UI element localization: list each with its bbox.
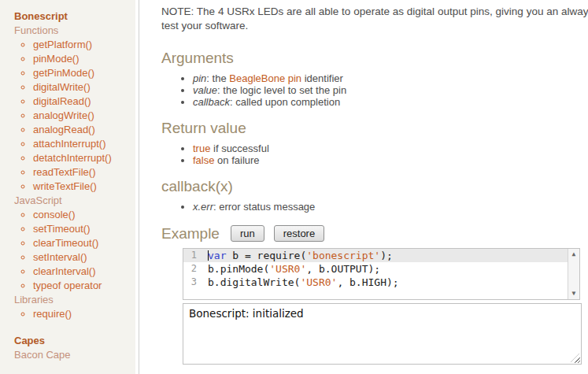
sidebar-item-readtextfile[interactable]: readTextFile() [33,165,135,180]
scroll-up-icon[interactable]: ▲ [568,249,579,260]
code-token: var [208,250,226,261]
return-value-heading: Return value [161,120,588,136]
code-line-1[interactable]: 1 var b = require('bonescript'); [183,249,579,262]
sidebar-item-analogwrite[interactable]: analogWrite() [33,109,135,123]
example-header-row: Example run restore [161,225,588,242]
sidebar-item-bacon-cape[interactable]: Bacon Cape [14,348,135,362]
scroll-down-icon[interactable]: ▼ [568,288,579,299]
sidebar-javascript-list: console() setTimeout() clearTimeout() se… [14,208,135,293]
sidebar-item-digitalwrite[interactable]: digitalWrite() [33,80,135,94]
sidebar-item-console[interactable]: console() [33,208,135,222]
code-token: 'bonescript' [306,250,380,261]
return-true: true if successful [193,143,588,154]
sidebar-item-pinmode[interactable]: pinMode() [33,52,135,66]
resize-grip-icon[interactable] [571,354,579,362]
return-false: false on failure [193,154,588,166]
return-false-rest: on failure [214,154,259,166]
editor-scrollbar[interactable]: ▲ ▼ [568,249,579,299]
code-token: b.pinMode( [208,263,269,275]
argument-value: value: the logic level to set the pin [193,84,588,96]
sidebar-item-typeof-operator[interactable]: typeof operator [33,279,135,293]
example-heading: Example [161,226,220,242]
argument-callback: callback: called upon completion [193,96,588,108]
code-line-2[interactable]: 2 b.pinMode('USR0', b.OUTPUT); [183,262,579,276]
sidebar-functions-list: getPlatform() pinMode() getPinMode() dig… [14,38,135,194]
sidebar-navigation: Bonescript Functions getPlatform() pinMo… [0,0,135,374]
sidebar-item-analogread[interactable]: analogRead() [33,123,135,137]
restore-button[interactable]: restore [274,225,324,242]
code-line-1-text[interactable]: var b = require('bonescript'); [204,249,393,262]
argument-callback-term: callback [193,96,230,108]
main-content: NOTE: The 4 USRx LEDs are all able to op… [139,0,588,365]
argument-pin-post: identifier [301,72,343,84]
code-token: 'USR0' [269,263,306,275]
true-link[interactable]: true [193,143,210,154]
line-number-3: 3 [183,276,204,289]
sidebar-item-detatchinterrupt[interactable]: detatchInterrupt() [33,151,135,165]
run-button[interactable]: run [231,225,264,242]
callback-heading: callback(x) [161,179,588,194]
sidebar-item-clearinterval[interactable]: clearInterval() [33,265,135,279]
callback-xerr-rest: : error status message [213,201,315,213]
sidebar-item-capes[interactable]: Capes [14,334,135,348]
sidebar-item-attachinterrupt[interactable]: attachInterrupt() [33,137,135,151]
code-line-3-text[interactable]: b.digitalWrite('USR0', b.HIGH); [204,276,399,289]
argument-value-rest: : the logic level to set the pin [217,84,346,96]
sidebar-item-getpinmode[interactable]: getPinMode() [33,66,135,80]
return-true-rest: if successful [210,143,268,154]
code-token: , b.HIGH); [337,276,398,288]
arguments-heading: Arguments [161,50,588,66]
sidebar-libraries-list: require() [14,307,135,321]
code-token: ); [380,250,393,261]
sidebar-item-digitalread[interactable]: digitalRead() [33,94,135,109]
code-token: 'USR0' [300,276,337,288]
sidebar-item-getplatform[interactable]: getPlatform() [33,38,135,52]
sidebar-item-setinterval[interactable]: setInterval() [33,250,135,265]
code-token: b.digitalWrite( [208,276,300,288]
argument-pin-pre: : the [206,72,229,84]
arguments-list: pin: the BeagleBone pin identifier value… [161,72,588,108]
callback-xerr: x.err: error status message [193,201,588,213]
note-paragraph: NOTE: The 4 USRx LEDs are all able to op… [161,5,588,33]
console-output-text: Bonescript: initialized [189,307,304,320]
callback-xerr-term: x.err [193,201,213,213]
argument-callback-rest: : called upon completion [230,96,340,108]
beaglebone-pin-link[interactable]: BeagleBone pin [229,72,301,84]
sidebar-item-cleartimeout[interactable]: clearTimeout() [33,236,135,250]
argument-value-term: value [193,84,217,96]
return-value-list: true if successful false on failure [161,143,588,166]
sidebar-item-require[interactable]: require() [33,307,135,321]
sidebar-group-javascript: JavaScript [14,194,135,208]
sidebar-group-functions: Functions [14,24,135,38]
line-number-1: 1 [183,249,204,262]
sidebar-item-writetextfile[interactable]: writeTextFile() [33,180,135,194]
false-link[interactable]: false [193,154,214,166]
code-token: , b.OUTPUT); [306,263,380,275]
code-line-2-text[interactable]: b.pinMode('USR0', b.OUTPUT); [204,262,380,276]
argument-pin: pin: the BeagleBone pin identifier [193,72,588,84]
code-editor[interactable]: 1 var b = require('bonescript'); 2 b.pin… [183,248,580,300]
sidebar-item-bonescript[interactable]: Bonescript [14,9,135,24]
argument-pin-term: pin [193,72,206,84]
callback-list: x.err: error status message [161,201,588,213]
console-output-textarea[interactable]: Bonescript: initialized [183,303,582,365]
sidebar-group-libraries: Libraries [14,293,135,307]
sidebar-item-settimeout[interactable]: setTimeout() [33,222,135,236]
line-number-2: 2 [183,262,204,276]
code-line-3[interactable]: 3 b.digitalWrite('USR0', b.HIGH); [183,276,579,289]
code-token: b = require( [226,250,306,261]
